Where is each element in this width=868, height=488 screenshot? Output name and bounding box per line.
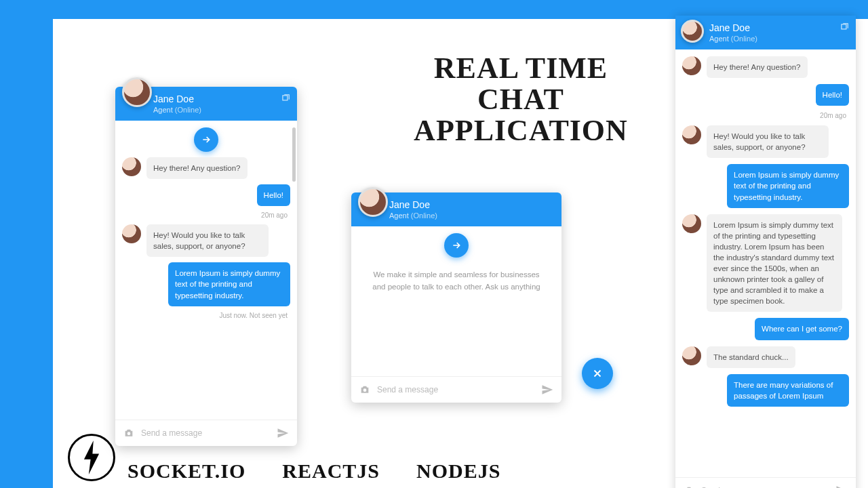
agent-name: Jane Doe [153,94,289,104]
message-row: Where can I get some? [682,318,849,340]
message-row: Lorem Ipsum is simply dummy text of the … [682,214,849,312]
chat-header: Jane Doe Agent (Online) [675,16,856,49]
popout-icon[interactable] [281,94,290,103]
message-meta: Just now. Not seen yet [122,312,290,319]
agent-avatar-small [682,125,701,144]
message-meta: 20m ago [122,211,290,219]
start-chat-button[interactable] [444,233,469,258]
message-input[interactable]: Send a message [377,385,534,394]
message-row: Hey there! Any question? [682,56,849,78]
chat-widget-right: Jane Doe Agent (Online) Hey there! Any q… [675,16,856,488]
message-row: The standard chuck... [682,346,849,368]
agent-role: Agent (Online) [153,106,289,114]
main-canvas: REAL TIME CHAT APPLICATION Jane Doe Agen… [53,19,868,488]
chat-body[interactable]: We make it simple and seamless for busin… [351,226,561,376]
agent-avatar[interactable] [122,77,152,107]
message-row: Hey! Would you like to talk sales, suppo… [682,125,849,158]
message-bubble: Hello! [257,184,290,206]
send-icon[interactable] [541,384,553,396]
popout-icon[interactable] [840,22,849,32]
agent-role: Agent (Online) [389,211,553,220]
chat-header: Jane Doe Agent (Online) [115,87,297,121]
message-bubble: Hello! [816,84,849,106]
agent-avatar-small [682,56,701,75]
page-title: REAL TIME CHAT APPLICATION [338,53,704,147]
chat-body[interactable]: Hey there! Any question? Hello! 20m ago … [675,49,856,477]
agent-name: Jane Doe [709,22,848,33]
tech-reactjs: REACTJS [282,460,380,483]
title-line-3: APPLICATION [338,115,704,146]
svg-point-2 [363,388,367,392]
chat-body[interactable]: Hey there! Any question? Hello! 20m ago … [115,121,297,420]
message-input-bar: Send a message [351,376,561,403]
close-icon [591,367,604,380]
message-input[interactable]: Send a message [141,428,270,438]
message-bubble: Lorem Ipsum is simply dummy text of the … [707,214,842,312]
message-row: Lorem Ipsum is simply dummy text of the … [682,164,849,207]
message-input-bar: Send a message [115,420,297,446]
scroll-down-button[interactable] [194,127,218,152]
message-row: Lorem Ipsum is simply dummy text of the … [122,262,290,306]
agent-name: Jane Doe [389,199,553,210]
message-input-bar: Send a message [675,477,856,488]
message-row: Hello! [122,184,290,206]
camera-icon[interactable] [359,384,370,395]
svg-rect-0 [283,96,288,100]
close-chat-fab[interactable] [582,358,613,389]
tech-socketio: SOCKET.IO [127,460,245,483]
chat-widget-left: Jane Doe Agent (Online) Hey there! Any q… [115,87,297,446]
agent-avatar[interactable] [681,20,704,43]
chat-header: Jane Doe Agent (Online) [351,192,561,226]
message-bubble: The standard chuck... [707,346,795,368]
message-bubble: Where can I get some? [755,318,849,340]
agent-avatar-small [682,214,701,233]
message-row: Hello! [682,84,849,106]
message-row: Hey! Would you like to talk sales, suppo… [122,224,290,257]
title-line-1: REAL TIME [338,53,704,84]
message-bubble: Lorem Ipsum is simply dummy text of the … [168,262,290,306]
tech-nodejs: NODEJS [416,460,500,483]
agent-avatar[interactable] [358,187,388,217]
message-bubble: There are many variations of passages of… [727,374,849,407]
agent-avatar-small [682,346,701,365]
svg-rect-3 [842,24,846,29]
send-icon[interactable] [277,427,289,439]
svg-point-1 [127,432,131,435]
chat-widget-center: Jane Doe Agent (Online) We make it simpl… [351,192,561,403]
welcome-text: We make it simple and seamless for busin… [358,263,555,299]
message-row: There are many variations of passages of… [682,374,849,407]
message-row: Hey there! Any question? [122,157,290,179]
scrollbar[interactable] [292,127,296,182]
send-icon[interactable] [835,485,848,488]
message-bubble: Hey there! Any question? [146,157,248,179]
message-bubble: Lorem Ipsum is simply dummy text of the … [727,164,849,207]
message-bubble: Hey there! Any question? [707,56,808,78]
agent-avatar-small [122,157,141,176]
tech-list: SOCKET.IO REACTJS NODEJS [127,460,500,483]
message-bubble: Hey! Would you like to talk sales, suppo… [146,224,269,257]
socketio-logo-icon [68,434,115,481]
camera-icon[interactable] [684,485,694,488]
agent-role: Agent (Online) [709,35,848,43]
agent-avatar-small [122,224,141,243]
camera-icon[interactable] [123,428,134,439]
message-meta: 20m ago [682,112,849,119]
message-bubble: Hey! Would you like to talk sales, suppo… [707,125,829,158]
title-line-2: CHAT [338,84,704,115]
